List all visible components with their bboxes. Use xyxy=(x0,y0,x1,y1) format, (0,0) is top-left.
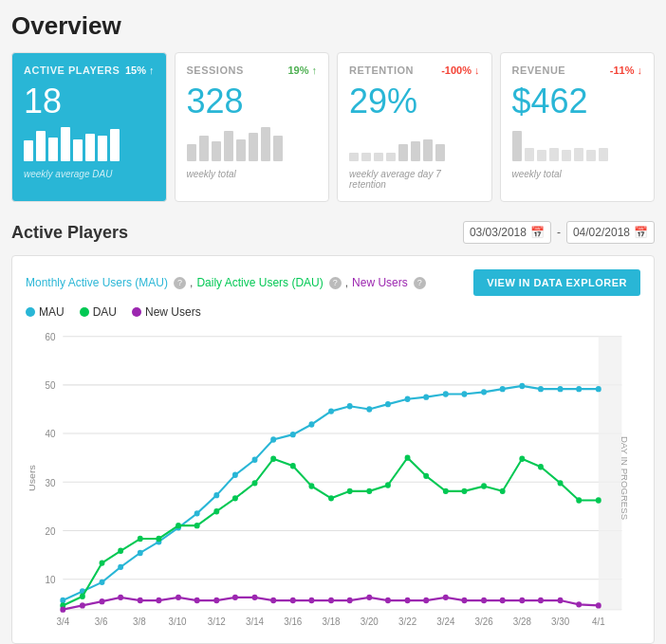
svg-text:4/1: 4/1 xyxy=(592,616,605,626)
svg-point-100 xyxy=(576,601,582,607)
mini-bar xyxy=(374,153,383,161)
svg-point-23 xyxy=(213,492,219,498)
mini-bar xyxy=(411,141,420,161)
card-footer-sessions: weekly total xyxy=(187,169,318,179)
svg-point-27 xyxy=(290,432,296,437)
mini-bar xyxy=(249,133,258,161)
card-change-sessions: 19% ↑ xyxy=(287,64,317,76)
mini-bar xyxy=(586,150,596,161)
chart-legend-row: Monthly Active Users (MAU) ? , Daily Act… xyxy=(26,269,640,296)
svg-point-77 xyxy=(138,598,143,603)
new-users-info-icon[interactable]: ? xyxy=(414,277,426,289)
card-footer-retention: weekly average day 7 retention xyxy=(349,169,480,190)
svg-text:60: 60 xyxy=(45,332,55,342)
svg-point-68 xyxy=(519,456,525,462)
svg-point-96 xyxy=(500,598,506,603)
svg-point-78 xyxy=(156,598,161,603)
svg-point-39 xyxy=(519,383,525,389)
dau-label: Daily Active Users (DAU) xyxy=(196,276,323,289)
mini-bar xyxy=(574,148,583,161)
svg-text:3/14: 3/14 xyxy=(246,616,264,626)
chart-area: 60 50 40 30 20 10 Users DAY IN PROGRESS xyxy=(26,326,640,630)
chart-legend-labels: Monthly Active Users (MAU) ? , Daily Act… xyxy=(26,276,426,289)
svg-text:3/26: 3/26 xyxy=(474,616,492,626)
svg-text:3/12: 3/12 xyxy=(208,616,226,626)
mini-bar xyxy=(187,144,196,161)
svg-point-62 xyxy=(405,454,411,460)
svg-text:30: 30 xyxy=(45,477,55,488)
chart-container: Monthly Active Users (MAU) ? , Daily Act… xyxy=(11,255,655,644)
svg-point-80 xyxy=(194,598,200,603)
svg-text:3/28: 3/28 xyxy=(513,616,531,626)
svg-point-54 xyxy=(252,480,258,486)
card-value-retention: 29% xyxy=(349,82,480,121)
mini-bar xyxy=(212,141,221,161)
mini-bar xyxy=(273,136,283,161)
svg-point-67 xyxy=(500,488,506,494)
svg-rect-14 xyxy=(599,337,622,610)
svg-point-88 xyxy=(347,598,353,603)
svg-point-51 xyxy=(194,523,200,528)
svg-point-19 xyxy=(138,550,143,556)
svg-point-63 xyxy=(423,473,429,479)
calendar-icon-end[interactable]: 📅 xyxy=(634,226,648,239)
section-header: Active Players 03/03/2018 📅 - 04/02/2018… xyxy=(11,221,655,244)
mau-dot xyxy=(26,307,35,317)
mini-bar xyxy=(361,153,371,161)
svg-text:40: 40 xyxy=(45,429,55,439)
mini-bar xyxy=(435,144,445,161)
svg-point-25 xyxy=(252,457,258,463)
svg-point-75 xyxy=(100,598,105,604)
calendar-icon[interactable]: 📅 xyxy=(530,226,545,239)
svg-text:50: 50 xyxy=(45,380,55,391)
cards-row: ACTIVE PLAYERS 15% ↑ 18 weekly average D… xyxy=(11,52,655,202)
svg-point-89 xyxy=(366,595,372,600)
card-change-retention: -100% ↓ xyxy=(441,64,479,76)
svg-text:10: 10 xyxy=(45,575,55,585)
svg-point-73 xyxy=(60,606,65,612)
mini-bars-active xyxy=(24,127,155,161)
mini-bars-sessions xyxy=(187,127,318,161)
svg-text:3/8: 3/8 xyxy=(133,616,146,626)
svg-text:3/22: 3/22 xyxy=(398,616,416,626)
mini-bar xyxy=(36,131,46,161)
svg-text:3/4: 3/4 xyxy=(56,616,69,626)
svg-point-29 xyxy=(328,408,334,414)
mini-bar xyxy=(386,153,396,161)
svg-point-76 xyxy=(118,595,123,600)
card-footer-revenue: weekly total xyxy=(512,169,643,179)
mini-bar xyxy=(98,136,107,161)
chart-svg: 60 50 40 30 20 10 Users DAY IN PROGRESS xyxy=(26,326,640,630)
svg-text:3/10: 3/10 xyxy=(168,616,186,626)
svg-point-95 xyxy=(481,598,487,603)
svg-point-47 xyxy=(118,548,123,554)
svg-point-66 xyxy=(481,483,487,488)
mini-bar xyxy=(525,148,534,161)
date-range: 03/03/2018 📅 - 04/02/2018 📅 xyxy=(463,221,655,244)
mau-info-icon[interactable]: ? xyxy=(174,277,186,289)
svg-point-60 xyxy=(366,488,372,494)
card-value-sessions: 328 xyxy=(187,82,318,121)
mau-label: Monthly Active Users (MAU) xyxy=(26,276,168,289)
svg-point-93 xyxy=(443,595,449,600)
svg-point-98 xyxy=(538,598,544,603)
dau-info-icon[interactable]: ? xyxy=(329,277,342,289)
card-change-active: 15% ↑ xyxy=(125,64,155,76)
mini-bar xyxy=(110,129,120,161)
svg-point-24 xyxy=(232,472,238,478)
mini-bar xyxy=(512,131,522,161)
mini-bar xyxy=(224,131,233,161)
new-users-dot xyxy=(132,307,141,317)
mini-bar xyxy=(549,148,559,161)
mini-bar xyxy=(73,139,83,161)
date-start-input[interactable]: 03/03/2018 📅 xyxy=(463,221,551,244)
svg-text:3/20: 3/20 xyxy=(361,616,379,626)
mini-bar xyxy=(48,138,58,161)
svg-point-92 xyxy=(423,598,429,603)
svg-point-36 xyxy=(461,391,467,396)
view-in-data-explorer-button[interactable]: VIEW IN DATA EXPLORER xyxy=(473,269,640,296)
date-end-input[interactable]: 04/02/2018 📅 xyxy=(566,221,655,244)
svg-point-84 xyxy=(270,598,276,603)
svg-point-17 xyxy=(100,580,105,585)
mau-line xyxy=(63,386,599,600)
